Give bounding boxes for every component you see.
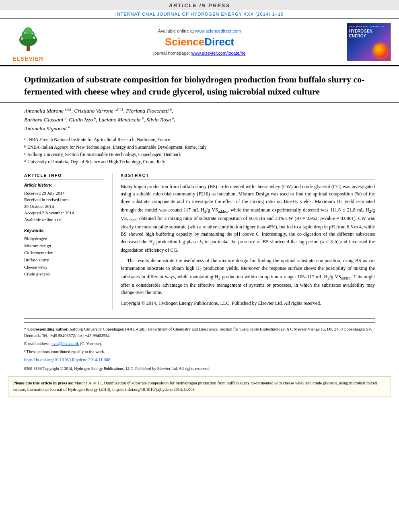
keyword-3: Co-fermentation (24, 249, 104, 257)
affil-label-a: a (24, 137, 26, 144)
article-info-column: ARTICLE INFO Article history: Received 2… (24, 173, 113, 310)
authors-line: Antonella Marone a,b,1, Cristiano Varron… (24, 107, 375, 133)
affiliations: a INRA-French National Institute for Agr… (24, 136, 375, 166)
direct-text: Direct (204, 36, 234, 48)
citation-box: Please cite this article in press as: Ma… (8, 376, 391, 396)
issn-copyright: 0360-3199/Copyright © 2014, Hydrogen Ene… (24, 366, 375, 372)
author-8: Antonella Signorini b (24, 125, 70, 131)
keyword-2: Mixture design (24, 242, 104, 250)
keyword-5: Cheese whey (24, 264, 104, 271)
article-info-heading: ARTICLE INFO (24, 173, 104, 180)
keywords-label: Keywords: (24, 228, 104, 233)
top-logo-row: ELSEVIER Available online at www.science… (0, 18, 399, 66)
affiliation-d: d University of Insubria, Dep. of Scienc… (24, 158, 375, 165)
affil-label-b: b (24, 144, 26, 152)
author-3-sup: b (170, 108, 172, 111)
article-history-label: Article history: (24, 183, 104, 187)
affil-label-c: c (24, 152, 26, 159)
elsevier-tree-icon (12, 22, 44, 54)
author-3: Floriana Fiocchetti b (126, 108, 171, 114)
abstract-paragraph-2: The results demonstrate the usefulness o… (121, 257, 375, 296)
center-logos: Available online at www.sciencedirect.co… (60, 22, 339, 62)
footnotes-section: * Corresponding author. Aalborg Universi… (24, 322, 375, 372)
cover-circle-decoration (373, 43, 387, 58)
svg-point-7 (31, 33, 33, 34)
author-2: Cristiano Varrone c,b,*,1 (74, 108, 123, 114)
elsevier-wordmark: ELSEVIER (12, 55, 43, 62)
keyword-6: Crude glycerol (24, 271, 104, 278)
abstract-heading: ABSTRACT (121, 173, 375, 180)
article-title: Optimization of substrate composition fo… (24, 74, 375, 97)
footnotes-divider (24, 318, 375, 318)
please-cite-label: Please cite this article in press as: (13, 381, 73, 385)
author-5-sup: b (94, 116, 96, 120)
journal-homepage-label: journal homepage: www.elsevier.com/locat… (153, 51, 245, 55)
affiliation-a: a INRA-French National Institute for Agr… (24, 136, 375, 143)
available-online: Available online xxx (24, 216, 104, 223)
hydrogen-energy-box: International Journal of HYDROGENENERGY (343, 22, 395, 62)
author-6: Luciano Mentuccia b (99, 117, 144, 123)
keywords-section: Keywords: Biohydrogen Mixture design Co-… (24, 228, 104, 278)
available-online-text: Available online at www.sciencedirect.co… (158, 29, 241, 33)
science-direct-url[interactable]: www.sciencedirect.com (195, 29, 241, 33)
svg-point-6 (24, 32, 26, 34)
authors-area: Antonella Marone a,b,1, Cristiano Varron… (0, 103, 399, 168)
author-6-sup: b (142, 116, 144, 120)
cover-title: International Journal of HYDROGENENERGY (349, 25, 389, 39)
affil-label-d: d (24, 159, 26, 166)
cover-intl-text: International Journal of (349, 25, 389, 29)
author-8-sup: b (68, 125, 70, 129)
abstract-column: ABSTRACT Biohydrogen production from buf… (113, 173, 375, 310)
affil-text-d: University of Insubria, Dep. of Science … (27, 158, 165, 165)
author-4-sup: d (65, 116, 66, 120)
affiliation-b: b ENEA-Italian Agency for New Technologi… (24, 144, 375, 151)
accepted-date: Accepted 2 November 2014 (24, 210, 104, 216)
corresponding-footnote: * Corresponding author. Aalborg Universi… (24, 326, 375, 339)
author-7-sup: b (172, 116, 174, 120)
article-in-press-banner: ARTICLE IN PRESS (0, 0, 399, 10)
received-revised-date: 20 October 2014 (24, 203, 104, 210)
author-7: Silvia Rosa b (146, 117, 174, 123)
star-icon: * (24, 327, 26, 331)
science-text: Science (165, 36, 204, 48)
email-label: E-mail address: (24, 341, 51, 346)
abstract-paragraph-1: Biohydrogen production from buffalo slur… (121, 183, 375, 254)
email-suffix: (C. Varrone). (80, 341, 102, 346)
journal-cover: International Journal of HYDROGENENERGY (347, 23, 391, 61)
affil-text-c: Aalborg University, Section for Sustaina… (27, 151, 181, 158)
elsevier-logo-box: ELSEVIER (4, 22, 56, 62)
keyword-1: Biohydrogen (24, 235, 104, 242)
received-revised-label: Received in revised form (24, 196, 104, 203)
abstract-copyright: Copyright © 2014, Hydrogen Energy Public… (121, 300, 375, 307)
author-1: Antonella Marone a,b,1 (24, 108, 71, 114)
svg-point-4 (21, 37, 23, 40)
author-1-sup: a,b,1 (65, 108, 71, 111)
doi-link[interactable]: http://dx.doi.org/10.1016/j.ijhydene.201… (24, 357, 110, 362)
equal-contribution-footnote: ¹ These authors contributed equally to t… (24, 349, 375, 355)
received-date-1: Received 29 July 2014 (24, 190, 104, 197)
science-direct-logo: ScienceDirect (165, 36, 234, 48)
author-5: Giulio Izzo b (69, 117, 96, 123)
email-footnote: E-mail address: cva@bio.aau.dk (C. Varro… (24, 341, 375, 347)
affil-text-b: ENEA-Italian Agency for New Technologies… (27, 144, 207, 151)
corresponding-text: Aalborg University Copenhagen (AAU-Cph),… (24, 327, 372, 338)
journal-homepage-link[interactable]: www.elsevier.com/locate/he (191, 51, 246, 55)
corresponding-label: Corresponding author. (27, 327, 68, 331)
abstract-text: Biohydrogen production from buffalo slur… (121, 183, 375, 307)
affiliation-c: c Aalborg University, Section for Sustai… (24, 151, 375, 158)
cover-main-title: HYDROGENENERGY (349, 29, 389, 39)
doi-link-item: http://dx.doi.org/10.1016/j.ijhydene.201… (24, 356, 375, 363)
journal-header-line: INTERNATIONAL JOURNAL OF HYDROGEN ENERGY… (0, 10, 399, 18)
two-col-section: ARTICLE INFO Article history: Received 2… (0, 169, 399, 314)
affil-text-a: INRA-French National Institute for Agric… (27, 136, 170, 143)
author-2-sup: c,b,*,1 (115, 108, 123, 111)
author-4: Barbara Giussani d (24, 117, 66, 123)
main-title-area: Optimization of substrate composition fo… (0, 66, 399, 103)
keyword-4: Buffalo slurry (24, 257, 104, 264)
svg-point-5 (33, 37, 35, 39)
email-link[interactable]: cva@bio.aau.dk (51, 341, 79, 346)
